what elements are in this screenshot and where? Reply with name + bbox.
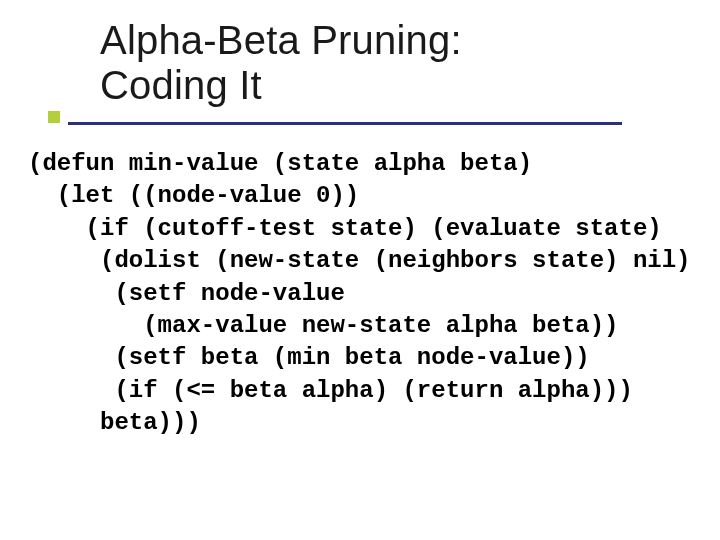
- slide-title-line1: Alpha-Beta Pruning:: [100, 18, 680, 63]
- title-underline: [68, 122, 622, 125]
- slide-title-line2: Coding It: [100, 63, 680, 108]
- code-block: (defun min-value (state alpha beta) (let…: [28, 148, 700, 440]
- bullet-icon: [48, 111, 60, 123]
- slide: Alpha-Beta Pruning: Coding It (defun min…: [0, 0, 720, 540]
- title-block: Alpha-Beta Pruning: Coding It: [100, 18, 680, 108]
